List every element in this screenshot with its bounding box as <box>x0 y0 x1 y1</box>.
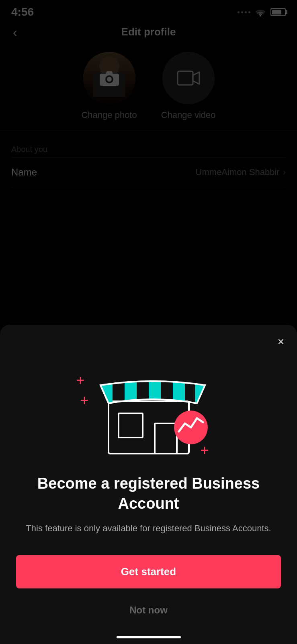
svg-rect-9 <box>155 423 177 454</box>
plus-sign-2: + <box>80 393 89 408</box>
svg-rect-5 <box>149 376 161 408</box>
modal-description: This feature is only available for regis… <box>18 522 279 535</box>
store-illustration: + + + <box>84 349 213 462</box>
modal-close-button[interactable]: × <box>276 334 286 349</box>
modal-title: Become a registered Business Account <box>16 474 281 514</box>
not-now-button[interactable]: Not now <box>125 601 172 620</box>
get-started-button[interactable]: Get started <box>16 555 281 588</box>
modal-overlay: × + + + <box>0 0 297 644</box>
home-indicator <box>117 636 181 638</box>
modal-sheet: × + + + <box>0 325 297 644</box>
svg-rect-3 <box>100 377 113 409</box>
svg-rect-8 <box>119 413 143 438</box>
plus-sign-1: + <box>76 373 85 388</box>
